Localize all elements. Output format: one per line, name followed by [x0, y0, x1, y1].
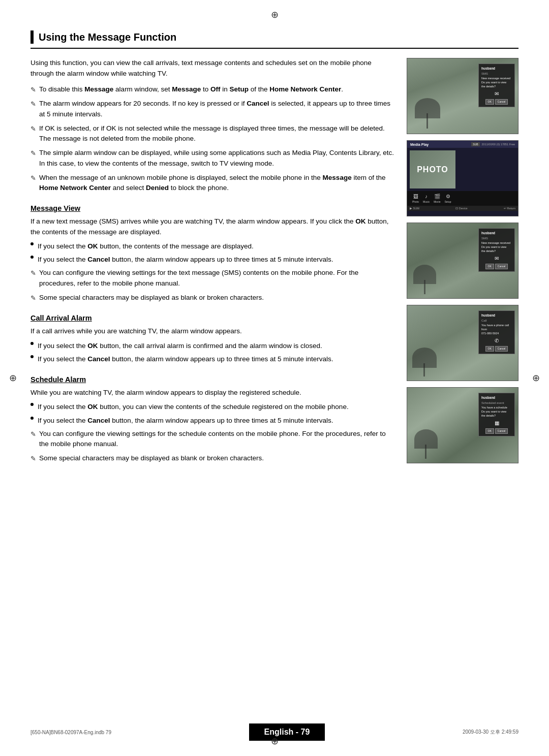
screenshot-schedule: husband Scheduled event You have a sched…	[407, 387, 518, 463]
message-note-2: ✎ Some special characters may be display…	[30, 293, 396, 303]
call-popup-icon: ✆	[481, 337, 512, 344]
popup-buttons-2: OK Cancel	[481, 264, 512, 269]
call-popup: husband Call You have a phone callfrom07…	[478, 310, 515, 354]
tv-bg-2: husband SMS New message receivedDo you w…	[407, 223, 518, 298]
note-text-4: The simple alarm window can be displayed…	[39, 148, 396, 169]
note-item-2: ✎ The alarm window appears for 20 second…	[30, 99, 396, 119]
note-text-5: When the message of an unknown mobile ph…	[39, 173, 396, 194]
screenshot-sms-1: husband SMS New message receivedDo you w…	[407, 58, 518, 134]
schedule-popup-title: husband	[481, 395, 512, 400]
popup-ok-2[interactable]: OK	[485, 264, 494, 269]
tv-bg-3: husband Call You have a phone callfrom07…	[407, 305, 518, 381]
bullet-dot	[30, 242, 34, 245]
music-icon: ♪	[425, 194, 428, 199]
schedule-note-2: ✎ Some special characters may be display…	[30, 453, 396, 464]
note-item-4: ✎ The simple alarm window can be display…	[30, 148, 396, 169]
media-icon-setup[interactable]: ⚙ Setup	[444, 194, 451, 203]
setup-label: Setup	[444, 200, 451, 203]
footer-english-label: English - 79	[264, 728, 310, 736]
footer-sum: ▶ SUM	[410, 207, 419, 210]
note-item-3: ✎ If OK is selected, or if OK is not sel…	[30, 123, 396, 144]
call-popup-msg: You have a phone callfrom071-080-5924	[481, 324, 512, 335]
left-content: Using this function, you can view the ca…	[30, 58, 396, 468]
schedule-bullet-1: If you select the OK button, you can vie…	[30, 402, 396, 412]
popup-cancel-1[interactable]: Cancel	[495, 99, 508, 105]
right-compass-icon: ⊕	[532, 372, 540, 384]
call-bullet-text-1: If you select the OK button, the call ar…	[38, 341, 396, 351]
bullet-dot	[30, 342, 34, 345]
sms-popup-1: husband SMS New message receivedDo you w…	[478, 64, 515, 107]
schedule-popup: husband Scheduled event You have a sched…	[478, 393, 515, 436]
call-arrival-intro: If a call arrives while you are watching…	[30, 326, 396, 336]
call-popup-subtitle: Call	[481, 319, 512, 323]
schedule-popup-subtitle: Scheduled event	[481, 401, 512, 405]
top-compass-icon: ⊕	[271, 9, 279, 20]
media-icon-photo[interactable]: 🖼 Photo	[412, 194, 419, 203]
note-icon: ✎	[30, 268, 36, 278]
bullet-dot	[30, 256, 34, 259]
schedule-note-1: ✎ You can configure the viewing settings…	[30, 429, 396, 450]
sub-badge: SUB	[471, 142, 479, 146]
note-text-2: The alarm window appears for 20 seconds.…	[39, 99, 396, 119]
page-title: Using the Message Function	[39, 32, 176, 43]
call-bullet-text-2: If you select the Cancel button, the ala…	[38, 354, 396, 364]
schedule-alarm-header: Schedule Alarm	[30, 375, 396, 384]
popup-icon-2: ✉	[481, 255, 512, 262]
sms-popup-2: husband SMS New message receivedDo you w…	[478, 228, 515, 272]
popup-ok-1[interactable]: OK	[485, 99, 494, 105]
schedule-bullet-text-1: If you select the OK button, you can vie…	[38, 402, 396, 412]
call-arrival-header: Call Arrival Alarm	[30, 314, 396, 322]
media-play-screen: Media Play SUB 2011/00/00 (0) 17851 Free…	[407, 141, 518, 216]
left-compass-icon: ⊕	[9, 372, 17, 384]
schedule-popup-cancel[interactable]: Cancel	[495, 428, 508, 434]
main-layout: Using this function, you can view the ca…	[30, 58, 518, 468]
message-note-text-2: Some special characters may be displayed…	[39, 293, 396, 303]
note-icon-5: ✎	[30, 173, 36, 183]
note-icon-2: ✎	[30, 99, 36, 109]
media-icon-row: 🖼 Photo ♪ Music 🎬 Movie ⚙	[407, 191, 518, 206]
tv-bg-4: husband Scheduled event You have a sched…	[407, 388, 518, 463]
photo-label: PHOTO	[417, 165, 448, 174]
schedule-popup-ok[interactable]: OK	[485, 428, 494, 434]
footer-page-number: English - 79	[249, 723, 325, 741]
popup-subtitle-1: SMS	[481, 72, 512, 76]
media-icon-movie[interactable]: 🎬 Movie	[434, 194, 440, 203]
popup-msg-2: New message receivedDo you want to viewt…	[481, 241, 512, 253]
popup-msg-1: New message receivedDo you want to viewt…	[481, 77, 512, 88]
footer-left-text: [650-NA]BN68-02097A-Eng.indb 79	[30, 730, 111, 735]
note-icon-4: ✎	[30, 148, 36, 159]
schedule-alarm-intro: While you are watching TV, the alarm win…	[30, 388, 396, 398]
schedule-note-text-2: Some special characters may be displayed…	[39, 453, 396, 463]
media-thumbnail: PHOTO	[410, 150, 455, 188]
popup-cancel-2[interactable]: Cancel	[495, 264, 508, 269]
message-note-text-1: You can configure the viewing settings f…	[39, 268, 396, 289]
call-popup-ok[interactable]: OK	[485, 346, 494, 352]
message-bullet-1: If you select the OK button, the content…	[30, 241, 396, 251]
bullet-dot	[30, 355, 34, 358]
note-icon-3: ✎	[30, 124, 36, 134]
note-icon: ✎	[30, 454, 36, 464]
title-bar-decoration	[30, 30, 34, 44]
call-popup-cancel[interactable]: Cancel	[495, 346, 508, 352]
popup-title-1: husband	[481, 66, 512, 71]
media-icon-music[interactable]: ♪ Music	[423, 194, 430, 203]
photo-label: Photo	[412, 200, 419, 203]
message-view-intro: If a new text message (SMS) arrives whil…	[30, 216, 396, 237]
note-icon: ✎	[30, 293, 36, 303]
media-header: Media Play SUB 2011/00/00 (0) 17851 Free	[407, 141, 518, 148]
schedule-bullet-text-2: If you select the Cancel button, the ala…	[38, 416, 396, 426]
schedule-popup-icon: ▦	[481, 420, 512, 427]
media-time: 2011/00/00 (0) 17851 Free	[482, 143, 515, 146]
media-footer: ▶ SUM ⊡ Device ↩ Return	[407, 206, 518, 211]
popup-buttons-1: OK Cancel	[481, 99, 512, 105]
message-view-header: Message View	[30, 204, 396, 212]
screenshot-media-play: Media Play SUB 2011/00/00 (0) 17851 Free…	[407, 140, 518, 216]
note-text-1: To disable this Message alarm window, se…	[39, 84, 396, 94]
popup-subtitle-2: SMS	[481, 236, 512, 240]
footer-right-text: 2009-03-30 오후 2:49:59	[463, 729, 518, 736]
page-title-section: Using the Message Function	[30, 30, 518, 49]
message-bullet-text-1: If you select the OK button, the content…	[38, 241, 396, 251]
media-play-title: Media Play	[410, 143, 429, 146]
page: ⊕ ⊕ ⊕ Using the Message Function Using t…	[0, 0, 549, 756]
call-bullet-2: If you select the Cancel button, the ala…	[30, 354, 396, 364]
